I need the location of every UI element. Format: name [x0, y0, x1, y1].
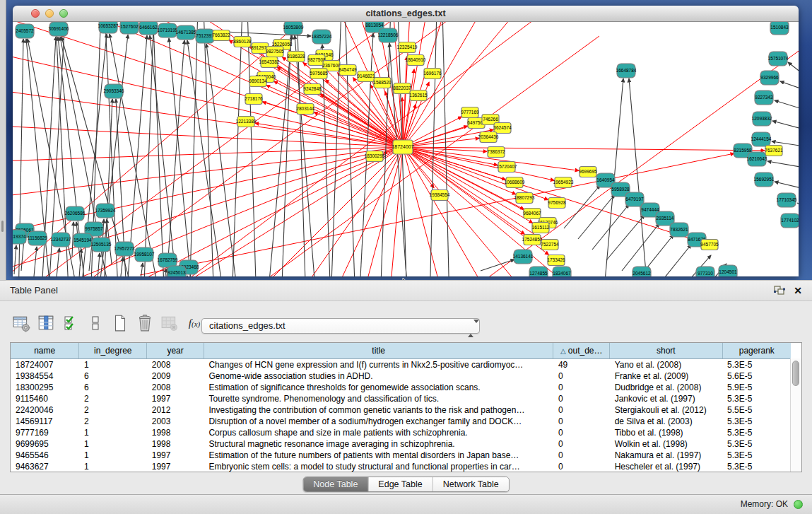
table-panel-header[interactable]: Table Panel ✕: [0, 280, 812, 301]
graph-node[interactable]: 7663822: [212, 30, 230, 41]
splitter-grip[interactable]: [1, 221, 4, 232]
graph-node[interactable]: 18357224: [312, 30, 332, 44]
table-row[interactable]: 969969511998Structural magnetic resonanc…: [11, 438, 791, 450]
delete-column-button[interactable]: [135, 313, 155, 333]
graph-node[interactable]: 15692951: [754, 173, 775, 187]
graph-node[interactable]: 2045612: [632, 267, 651, 276]
graph-node[interactable]: 17524851: [522, 235, 543, 245]
graph-node[interactable]: 10688609: [505, 177, 525, 188]
graph-node[interactable]: 17957273: [114, 242, 135, 256]
unselect-all-button[interactable]: [86, 313, 105, 333]
graph-node[interactable]: 10719195: [158, 23, 178, 37]
graph-node[interactable]: 9245013: [167, 266, 186, 276]
graph-node[interactable]: 8454749: [339, 65, 357, 76]
table-row[interactable]: 1938455462009Genome-wide association stu…: [11, 370, 791, 382]
table-row[interactable]: 911546021997Tourette syndrome. Phenomeno…: [11, 393, 791, 404]
column-header-in_degree[interactable]: in_degree: [79, 343, 147, 359]
graph-node[interactable]: 7522754: [541, 240, 559, 250]
graph-node[interactable]: 16782759: [158, 253, 178, 267]
graph-node[interactable]: 7637621: [765, 146, 783, 156]
graph-node[interactable]: 977310: [696, 267, 714, 276]
graph-node[interactable]: 12444154: [751, 132, 772, 146]
network-canvas[interactable]: 2405572306914061065328715276026466162107…: [13, 22, 799, 276]
graph-node[interactable]: 7832621: [670, 223, 688, 237]
graph-node[interactable]: 14671385: [176, 25, 196, 40]
graph-node[interactable]: 9827505: [266, 47, 284, 57]
column-header-short[interactable]: short: [610, 343, 722, 359]
tab-node-table[interactable]: Node Table: [303, 477, 368, 491]
graph-node[interactable]: 16543382: [259, 57, 280, 68]
graph-node[interactable]: 9684067: [523, 209, 541, 219]
graph-node[interactable]: 6479197: [625, 192, 644, 206]
graph-node[interactable]: 18300295: [365, 151, 385, 162]
column-header-pagerank[interactable]: pagerank: [722, 343, 791, 359]
graph-node[interactable]: 6466162: [139, 22, 158, 35]
table-row[interactable]: 946554611997Estimation of the future num…: [11, 450, 791, 461]
graph-node[interactable]: 16648784: [616, 64, 637, 78]
graph-node[interactable]: 9699695: [579, 167, 597, 177]
table-scrollbar-thumb[interactable]: [792, 361, 799, 386]
graph-node[interactable]: 9777169: [461, 107, 479, 118]
network-window[interactable]: citations_edges.txt 24055723069140610653…: [13, 6, 799, 276]
create-column-button[interactable]: [110, 313, 130, 333]
graph-node[interactable]: 16210643: [747, 152, 767, 166]
graph-node[interactable]: 9227343: [755, 90, 773, 105]
graph-node[interactable]: 1588520: [373, 78, 392, 88]
close-window-button[interactable]: [31, 9, 40, 18]
status-bar[interactable]: Memory: OK: [0, 494, 812, 514]
graph-node[interactable]: 1510843: [770, 22, 789, 35]
table-row[interactable]: 977716911998Corpus callosum shape and si…: [11, 427, 791, 438]
column-header-year[interactable]: year: [147, 343, 204, 359]
graph-node[interactable]: 16053809: [283, 22, 304, 35]
graph-node[interactable]: 1774102: [781, 214, 799, 228]
graph-node[interactable]: 1696176: [423, 69, 442, 79]
graph-node[interactable]: 9242848: [303, 84, 322, 95]
graph-node[interactable]: 15720407: [497, 162, 517, 173]
graph-node[interactable]: 29053346: [104, 84, 124, 98]
graph-node[interactable]: 9319374: [13, 230, 26, 244]
table-selector-dropdown[interactable]: citations_edges.txt: [201, 318, 480, 334]
graph-node[interactable]: 9756928: [548, 198, 566, 209]
graph-node[interactable]: 20364436: [478, 132, 499, 143]
select-all-button[interactable]: [61, 313, 81, 333]
minimize-window-button[interactable]: [45, 9, 54, 18]
graph-node[interactable]: 1834067: [553, 267, 571, 276]
graph-node[interactable]: 1733426: [547, 255, 565, 266]
graph-node[interactable]: 8822037: [393, 83, 411, 94]
graph-node[interactable]: 18724007: [392, 140, 413, 154]
graph-node[interactable]: 1527602: [120, 22, 139, 34]
table-row[interactable]: 1872400712008Changes of HCN gene express…: [11, 359, 791, 371]
table-row[interactable]: 1456911722003Disruption of a novel membe…: [11, 416, 791, 427]
column-header-name[interactable]: name: [11, 343, 79, 359]
show-column-button[interactable]: [36, 313, 56, 333]
graph-node[interactable]: 9146821: [357, 71, 375, 82]
table-row[interactable]: 2242004622012Investigating the contribut…: [11, 404, 791, 416]
table-row[interactable]: 946362711997Embryonic stem cells: a mode…: [11, 461, 791, 472]
graph-node[interactable]: 1615112: [532, 223, 550, 233]
table-scrollbar[interactable]: [790, 358, 801, 472]
table-row[interactable]: 1830029562008Estimation of significance …: [11, 382, 791, 393]
graph-node[interactable]: 1545194: [73, 233, 92, 247]
network-window-titlebar[interactable]: citations_edges.txt: [13, 6, 799, 22]
column-header-title[interactable]: title: [204, 343, 553, 359]
graph-node[interactable]: 2803144: [296, 104, 314, 115]
graph-node[interactable]: 12325419: [397, 42, 418, 53]
graph-node[interactable]: 8860128: [233, 37, 252, 47]
graph-node[interactable]: 9329966: [760, 71, 779, 85]
graph-node[interactable]: 19384554: [430, 190, 450, 201]
graph-node[interactable]: 5975685: [310, 69, 328, 79]
graph-node[interactable]: 12093832: [752, 112, 772, 126]
graph-node[interactable]: 9890134: [249, 76, 267, 87]
column-header-out_de[interactable]: △out_de…: [553, 343, 610, 359]
zoom-window-button[interactable]: [59, 9, 68, 18]
graph-node[interactable]: 15751074: [768, 52, 789, 66]
tab-edge-table[interactable]: Edge Table: [368, 477, 433, 491]
close-panel-icon[interactable]: ✕: [794, 284, 802, 298]
graph-node[interactable]: 12218506: [378, 28, 399, 42]
graph-node[interactable]: 18640910: [406, 55, 426, 66]
graph-node[interactable]: 12342737: [51, 233, 71, 247]
graph-node[interactable]: 26206586: [65, 206, 86, 221]
graph-node[interactable]: 8186328: [287, 52, 305, 62]
graph-node[interactable]: 18807293: [514, 193, 535, 204]
graph-node[interactable]: 14136141: [513, 250, 534, 264]
